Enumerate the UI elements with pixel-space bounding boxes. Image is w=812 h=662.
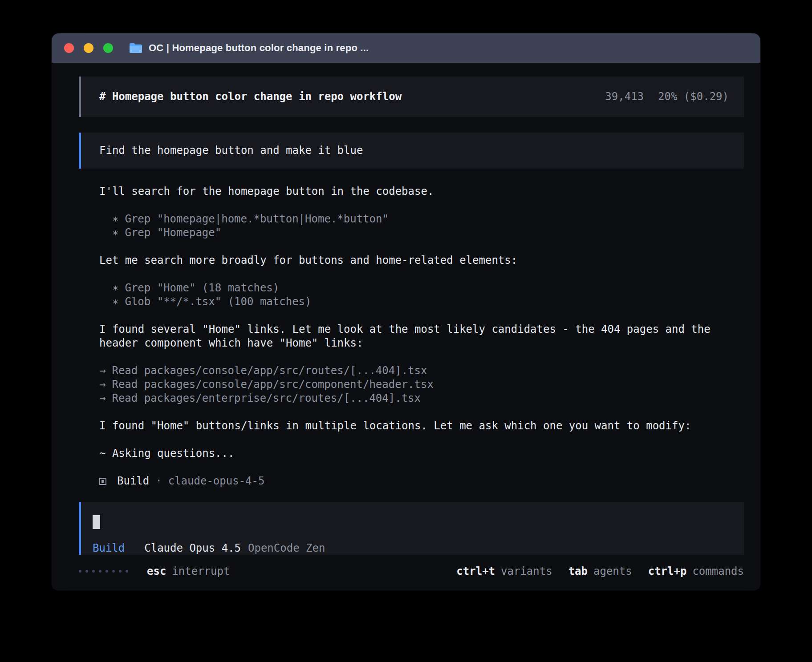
tool-call-group: ∗Grep "Home" (18 matches) ∗Glob "**/*.ts… (112, 281, 744, 309)
folder-icon (129, 43, 142, 53)
esc-key: esc (147, 565, 166, 577)
arrow-icon: → (99, 364, 106, 378)
esc-label: interrupt (172, 565, 230, 577)
working-status: ~ Asking questions... (99, 447, 744, 460)
close-button[interactable] (64, 43, 74, 53)
user-message: Find the homepage button and make it blu… (79, 133, 744, 169)
tool-bullet-icon: ∗ (112, 295, 118, 309)
shortcut-commands: ctrl+p commands (648, 565, 744, 577)
shortcut-agents: tab agents (568, 565, 632, 577)
session-stats: 39,413 20% ($0.29) (605, 90, 729, 104)
arrow-icon: → (99, 378, 106, 392)
statusbar-shortcuts: ctrl+t variants tab agents ctrl+p comman… (456, 565, 744, 577)
tool-call-grep: ∗Grep "Homepage" (112, 226, 744, 240)
tool-call-group: ∗Grep "homepage|home.*button|Home.*butto… (112, 212, 744, 240)
transcript: I'll search for the homepage button in t… (99, 185, 744, 474)
tool-bullet-icon: ∗ (112, 212, 118, 226)
statusbar: esc interrupt ctrl+t variants tab agents… (52, 555, 760, 590)
context-usage: 20% ($0.29) (658, 90, 729, 104)
shortcut-interrupt: esc interrupt (147, 565, 230, 577)
user-message-text: Find the homepage button and make it blu… (99, 144, 363, 157)
tool-call-grep: ∗Grep "Home" (18 matches) (112, 281, 744, 295)
tool-bullet-icon: ∗ (112, 281, 118, 295)
tool-call-grep: ∗Grep "homepage|home.*button|Home.*butto… (112, 212, 744, 226)
shortcut-variants: ctrl+t variants (456, 565, 552, 577)
titlebar: OC | Homepage button color change in rep… (52, 33, 760, 63)
input-provider: OpenCode Zen (248, 541, 325, 555)
tool-call-read: →Read packages/enterprise/src/routes/[..… (99, 392, 744, 405)
window-title: OC | Homepage button color change in rep… (149, 42, 369, 54)
tool-call-read: →Read packages/console/app/src/routes/[.… (99, 364, 744, 378)
prompt-input[interactable]: Build Claude Opus 4.5 OpenCode Zen (79, 502, 744, 555)
assistant-text: I'll search for the homepage button in t… (99, 185, 744, 198)
assistant-text: I found several "Home" links. Let me loo… (99, 323, 744, 350)
tool-call-group: →Read packages/console/app/src/routes/[.… (99, 364, 744, 405)
agent-status-line: Build · claude-opus-4-5 (99, 474, 744, 488)
input-mode[interactable]: Build (93, 541, 125, 555)
agent-model: claude-opus-4-5 (168, 474, 265, 488)
session-content: # Homepage button color change in repo w… (52, 63, 760, 555)
text-cursor (93, 515, 100, 529)
input-model-line: Build Claude Opus 4.5 OpenCode Zen (93, 541, 731, 555)
session-title: # Homepage button color change in repo w… (99, 90, 402, 104)
traffic-lights (64, 43, 113, 53)
interrupt-progress-dots (79, 570, 128, 573)
minimize-button[interactable] (84, 43, 93, 53)
tool-call-glob: ∗Glob "**/*.tsx" (100 matches) (112, 295, 744, 309)
assistant-text: Let me search more broadly for buttons a… (99, 254, 744, 267)
token-count: 39,413 (605, 90, 644, 104)
terminal-window: OC | Homepage button color change in rep… (52, 33, 760, 590)
zoom-button[interactable] (103, 43, 113, 53)
tool-bullet-icon: ∗ (112, 226, 118, 240)
input-model[interactable]: Claude Opus 4.5 (144, 541, 241, 555)
agent-name: Build (117, 474, 149, 488)
assistant-text: I found "Home" buttons/links in multiple… (99, 419, 744, 433)
agent-square-icon (99, 478, 106, 485)
session-header: # Homepage button color change in repo w… (79, 77, 744, 117)
arrow-icon: → (99, 392, 106, 405)
tool-call-read: →Read packages/console/app/src/component… (99, 378, 744, 392)
agent-separator: · (155, 474, 162, 488)
